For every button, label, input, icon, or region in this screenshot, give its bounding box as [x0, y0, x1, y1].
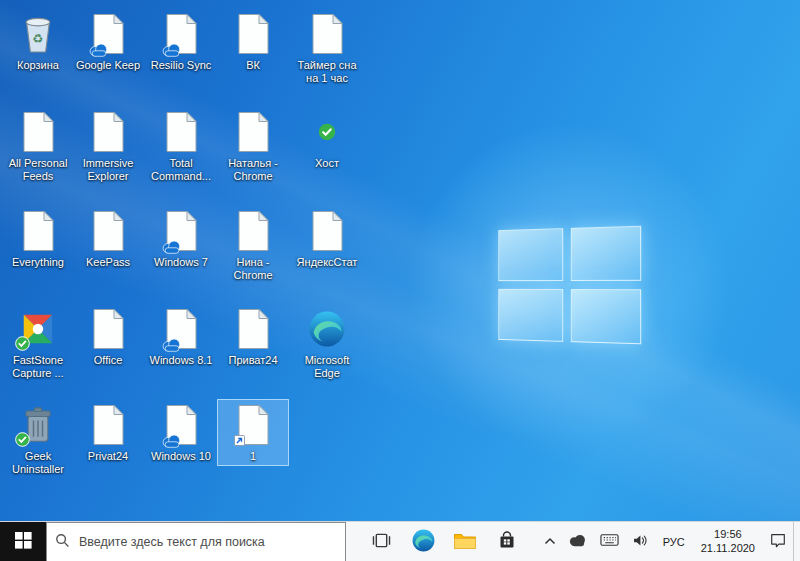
desktop-icon-label: Нина - Chrome	[219, 256, 288, 282]
action-center-button[interactable]	[763, 522, 793, 561]
desktop-icon-faststone-capture[interactable]: FastStone Capture ...	[2, 303, 74, 383]
taskbar: РУС 19:56 21.11.2020	[0, 521, 800, 561]
desktop-icon-resilio-sync[interactable]: Resilio Sync	[145, 8, 217, 75]
desktop-icon-label: All Personal Feeds	[4, 157, 73, 183]
desktop-icon-label: Наталья - Chrome	[219, 157, 288, 183]
document-icon	[231, 403, 275, 447]
desktop-icon-label: Google Keep	[76, 59, 140, 72]
desktop-icon-label: Privat24	[88, 450, 128, 463]
desktop-icon-yandex-stat[interactable]: ЯндексСтат	[291, 205, 363, 272]
keyboard-icon	[600, 533, 619, 550]
taskbar-gap	[346, 522, 360, 561]
desktop-icon-windows-10[interactable]: Windows 10	[145, 399, 217, 466]
windows-logo-pane	[571, 289, 641, 344]
faststone-icon	[16, 307, 60, 351]
language-indicator[interactable]: РУС	[655, 522, 693, 561]
desktop-icon-label: Windows 8.1	[150, 354, 213, 367]
document-cloud-icon	[159, 209, 203, 253]
desktop-icon-office[interactable]: Office	[72, 303, 144, 370]
desktop-icon-label: Windows 10	[151, 450, 211, 463]
desktop-icon-recycle-bin[interactable]: ♻Корзина	[2, 8, 74, 75]
document-icon	[305, 12, 349, 56]
touch-keyboard-button[interactable]	[594, 522, 625, 561]
desktop-icon-label: Microsoft Edge	[293, 354, 362, 380]
file-explorer-button[interactable]	[444, 522, 486, 561]
desktop-icon-privat24-ua[interactable]: Приват24	[217, 303, 289, 370]
onedrive-tray-button[interactable]	[562, 522, 594, 561]
green-check-icon	[305, 110, 349, 154]
recycle-bin-icon: ♻	[16, 12, 60, 56]
clock[interactable]: 19:56 21.11.2020	[693, 522, 763, 561]
desktop-icon-label: Хост	[315, 157, 339, 170]
desktop-icon-label: Приват24	[228, 354, 277, 367]
document-cloud-icon	[86, 12, 130, 56]
desktop-icon-privat24[interactable]: Privat24	[72, 399, 144, 466]
desktop-icon-geek-uninstaller[interactable]: Geek Uninstaller	[2, 399, 74, 479]
desktop-icon-total-commander[interactable]: Total Command...	[145, 106, 217, 186]
svg-text:♻: ♻	[32, 32, 43, 46]
document-icon	[159, 110, 203, 154]
desktop-icon-label: 1	[250, 450, 256, 463]
desktop-icon-natalya-chrome[interactable]: Наталья - Chrome	[217, 106, 289, 186]
desktop-icon-everything[interactable]: Everything	[2, 205, 74, 272]
desktop-icon-label: Office	[94, 354, 123, 367]
windows-logo	[498, 226, 641, 345]
store-button[interactable]	[486, 522, 528, 561]
cloud-icon	[568, 533, 588, 550]
windows-logo-pane	[498, 228, 563, 281]
desktop-icon-label: Geek Uninstaller	[4, 450, 73, 476]
desktop-icon-microsoft-edge[interactable]: Microsoft Edge	[291, 303, 363, 383]
desktop-icon-vk[interactable]: ВК	[217, 8, 289, 75]
document-icon	[16, 110, 60, 154]
task-view-button[interactable]	[360, 522, 402, 561]
document-cloud-icon	[159, 12, 203, 56]
desktop-icon-label: Resilio Sync	[151, 59, 212, 72]
document-icon	[231, 110, 275, 154]
desktop-icon-shortcut-1[interactable]: 1	[217, 399, 289, 466]
desktop-icon-host[interactable]: Хост	[291, 106, 363, 173]
desktop-icon-windows-8-1[interactable]: Windows 8.1	[145, 303, 217, 370]
document-icon	[231, 12, 275, 56]
edge-taskbar-button[interactable]	[402, 522, 444, 561]
document-cloud-icon	[159, 307, 203, 351]
folder-icon	[453, 531, 477, 554]
search-box[interactable]	[46, 522, 346, 561]
speaker-icon	[631, 532, 649, 552]
chevron-up-icon	[544, 534, 556, 549]
document-icon	[86, 110, 130, 154]
clock-date: 21.11.2020	[701, 542, 755, 556]
start-button[interactable]	[0, 522, 46, 561]
show-desktop-button[interactable]	[793, 522, 800, 561]
document-cloud-icon	[159, 403, 203, 447]
desktop-icon-nina-chrome[interactable]: Нина - Chrome	[217, 205, 289, 285]
document-icon	[305, 209, 349, 253]
volume-button[interactable]	[625, 522, 655, 561]
desktop-icon-label: Windows 7	[154, 256, 208, 269]
desktop-icon-keepass[interactable]: KeePass	[72, 205, 144, 272]
document-icon	[86, 403, 130, 447]
document-icon	[86, 209, 130, 253]
geek-uninstaller-icon	[16, 403, 60, 447]
desktop: ♻Корзина Google Keep Resilio Sync ВК Тай…	[0, 0, 800, 521]
desktop-icon-windows-7[interactable]: Windows 7	[145, 205, 217, 272]
task-view-icon	[371, 532, 392, 552]
search-input[interactable]	[77, 534, 337, 550]
desktop-icon-label: ЯндексСтат	[297, 256, 358, 269]
clock-time: 19:56	[714, 528, 742, 542]
store-bag-icon	[497, 530, 517, 554]
hidden-icons-button[interactable]	[538, 522, 562, 561]
windows-logo-pane	[498, 289, 563, 342]
desktop-icon-label: KeePass	[86, 256, 130, 269]
desktop-icon-sleep-timer[interactable]: Таймер сна на 1 час	[291, 8, 363, 88]
desktop-icon-immersive-explorer[interactable]: Immersive Explorer	[72, 106, 144, 186]
desktop-icon-label: Immersive Explorer	[74, 157, 143, 183]
taskbar-empty-area	[528, 522, 538, 561]
desktop-icon-all-personal-feeds[interactable]: All Personal Feeds	[2, 106, 74, 186]
edge-icon	[411, 528, 436, 556]
document-icon	[16, 209, 60, 253]
desktop-icon-google-keep[interactable]: Google Keep	[72, 8, 144, 75]
document-icon	[231, 209, 275, 253]
document-icon	[86, 307, 130, 351]
search-icon	[55, 533, 70, 552]
desktop-icon-label: Корзина	[17, 59, 59, 72]
